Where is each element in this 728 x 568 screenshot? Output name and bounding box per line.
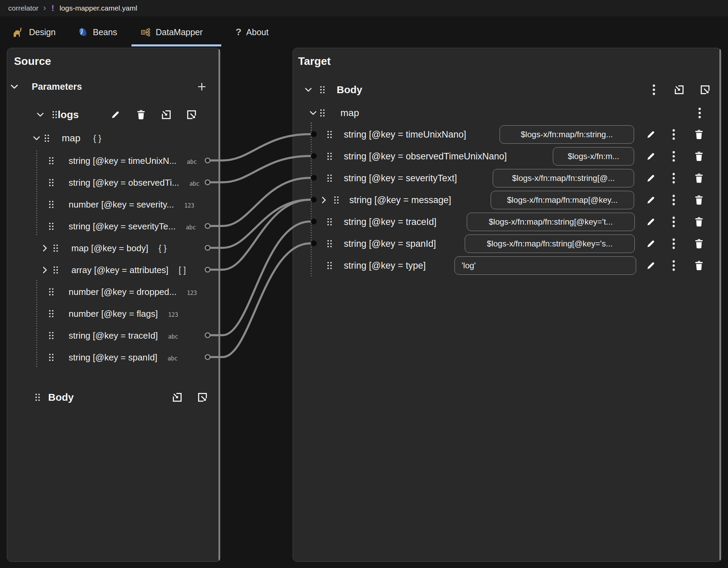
target-tree-item[interactable]: string [@key = message]$logs-x/fn:map/fn… — [293, 190, 718, 210]
edit-icon[interactable] — [646, 217, 656, 227]
target-item-label: string [@key = severityText] — [344, 173, 457, 184]
source-tree-item[interactable]: array [@key = attributes][ ] — [7, 263, 218, 277]
trash-icon[interactable] — [695, 195, 703, 205]
tab-beans[interactable]: Beans — [78, 16, 117, 48]
chevron-right-icon[interactable] — [43, 245, 47, 252]
edit-icon[interactable] — [646, 152, 656, 161]
edit-icon[interactable] — [646, 261, 656, 270]
expression-input[interactable]: $logs-x/fn:map/fn:string[@... — [493, 169, 634, 187]
tab-about[interactable]: ? About — [236, 16, 268, 48]
source-item-label: number [@key = dropped... — [69, 287, 177, 297]
kebab-icon[interactable] — [672, 129, 675, 140]
source-item-label: string [@key = observedTi... — [69, 178, 179, 188]
trash-icon[interactable] — [695, 152, 703, 161]
source-tree-item[interactable]: number [@key = dropped...123 — [7, 285, 218, 299]
type-badge: [ ] — [179, 265, 186, 275]
type-badge: 123 — [184, 202, 194, 209]
target-tree-item[interactable]: string [@key = observedTimeUnixNano]$log… — [293, 147, 718, 166]
trash-icon[interactable] — [695, 261, 703, 270]
grip-icon[interactable] — [54, 267, 58, 274]
target-item-label: string [@key = observedTimeUnixNano] — [344, 151, 507, 162]
target-tree-item[interactable]: string [@key = timeUnixNano]$logs-x/fn:m… — [293, 125, 718, 144]
target-tree-item[interactable]: string [@key = traceId]$logs-x/fn:map/fn… — [293, 212, 718, 231]
source-item-label: string [@key = severityTe... — [69, 221, 176, 232]
source-item-label: number [@key = severity... — [69, 199, 174, 210]
trash-icon[interactable] — [695, 130, 703, 139]
grip-icon[interactable] — [49, 310, 54, 317]
tab-design[interactable]: Design — [13, 16, 56, 48]
source-tree-item[interactable]: string [@key = spanId]abc — [7, 351, 218, 364]
source-tree-item[interactable]: number [@key = flags]123 — [7, 307, 218, 321]
breadcrumb-separator-icon: › — [43, 3, 46, 13]
kebab-icon[interactable] — [672, 151, 675, 162]
grip-icon[interactable] — [49, 223, 54, 230]
source-item-label: array [@key = attributes] — [71, 265, 168, 275]
chevron-right-icon[interactable] — [43, 267, 47, 273]
source-tree-item[interactable]: string [@key = observedTi...abc — [7, 176, 218, 189]
breadcrumb-project[interactable]: correlator — [8, 4, 39, 12]
kebab-icon[interactable] — [672, 173, 675, 184]
grip-icon[interactable] — [327, 240, 332, 247]
expression-input[interactable]: $logs-x/fn:map/fn:string... — [500, 125, 634, 144]
detach-schema-icon[interactable] — [197, 392, 208, 402]
edit-icon[interactable] — [646, 173, 656, 183]
target-tree-item[interactable]: string [@key = severityText]$logs-x/fn:m… — [293, 169, 718, 188]
grip-icon[interactable] — [327, 131, 332, 138]
expression-input[interactable]: $logs-x/fn:map/fn:string[@key='t... — [467, 213, 635, 231]
warning-icon: ! — [52, 4, 54, 13]
type-badge: 123 — [187, 289, 197, 296]
grip-icon[interactable] — [49, 179, 54, 186]
edit-icon[interactable] — [646, 239, 656, 248]
grip-icon[interactable] — [49, 201, 54, 208]
kebab-icon[interactable] — [672, 260, 675, 271]
breadcrumb-file: logs-mapper.camel.yaml — [59, 4, 137, 12]
tab-datamapper[interactable]: DataMapper — [141, 16, 203, 48]
expression-input[interactable]: $logs-x/fn:map/fn:map[@key... — [491, 191, 634, 209]
grip-icon[interactable] — [49, 157, 54, 165]
source-tree-item[interactable]: string [@key = severityTe...abc — [7, 219, 218, 233]
source-tree-item[interactable]: string [@key = timeUnixN...abc — [7, 154, 218, 168]
kebab-icon[interactable] — [672, 238, 675, 249]
grip-icon[interactable] — [327, 218, 332, 226]
source-items: string [@key = timeUnixN...abcstring [@k… — [7, 48, 220, 562]
grip-icon[interactable] — [327, 262, 332, 269]
edit-icon[interactable] — [646, 195, 656, 205]
source-item-label: string [@key = timeUnixN... — [69, 156, 177, 166]
source-tree-item[interactable]: number [@key = severity...123 — [7, 198, 218, 211]
type-badge: abc — [190, 180, 199, 187]
grip-icon[interactable] — [49, 332, 54, 339]
grip-icon[interactable] — [49, 288, 54, 296]
grip-icon[interactable] — [49, 354, 54, 361]
trash-icon[interactable] — [695, 239, 703, 248]
source-tree-item[interactable]: map [@key = body]{ } — [7, 241, 218, 255]
attach-schema-icon[interactable] — [172, 392, 182, 402]
active-tab-underline — [131, 44, 221, 46]
grip-icon[interactable] — [327, 175, 332, 182]
source-panel: Source Parameters logs map { } string [@… — [7, 48, 221, 562]
kebab-icon[interactable] — [672, 195, 675, 205]
grip-icon[interactable] — [327, 153, 332, 160]
bean-icon — [78, 27, 88, 37]
trash-icon[interactable] — [695, 173, 703, 183]
target-tree-item[interactable]: string [@key = spanId]$logs-x/fn:map/fn:… — [293, 234, 718, 253]
grip-icon[interactable] — [334, 197, 339, 204]
grip-icon[interactable] — [54, 245, 58, 252]
type-badge: abc — [168, 333, 178, 340]
trash-icon[interactable] — [695, 217, 703, 227]
grip-icon[interactable] — [36, 394, 40, 401]
target-item-label: string [@key = spanId] — [344, 239, 436, 249]
edit-icon[interactable] — [646, 130, 656, 139]
target-tree-item[interactable]: string [@key = type]'log' — [293, 256, 718, 275]
target-scrollbar[interactable] — [719, 49, 721, 560]
expression-input[interactable]: $logs-x/fn:map/fn:string[@key='s... — [465, 235, 635, 253]
source-scrollbar[interactable] — [219, 49, 220, 560]
expression-input[interactable]: $logs-x/fn:m... — [553, 147, 634, 166]
type-badge: 123 — [168, 311, 178, 318]
chevron-right-icon[interactable] — [322, 197, 326, 203]
source-body-row[interactable]: Body — [7, 390, 218, 404]
expression-input[interactable]: 'log' — [454, 256, 636, 275]
source-tree-item[interactable]: string [@key = traceId]abc — [7, 329, 218, 342]
kebab-icon[interactable] — [672, 216, 675, 227]
type-badge: { } — [158, 243, 167, 253]
tab-label: Beans — [93, 27, 117, 37]
